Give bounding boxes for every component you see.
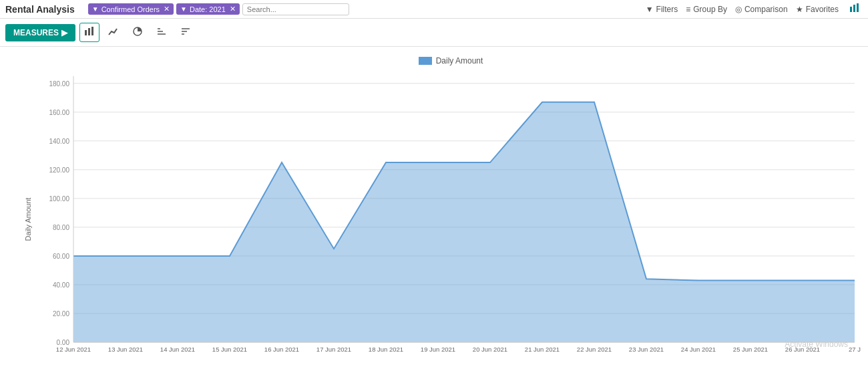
svg-text:180.00: 180.00 [49,80,69,88]
asc-icon [156,26,167,37]
y-axis-label: Daily Amount [24,198,32,241]
groupby-icon: ≡ [686,5,690,14]
svg-text:160.00: 160.00 [49,109,69,116]
svg-text:140.00: 140.00 [49,138,69,145]
chart-view-button[interactable] [847,1,863,17]
bar-chart-icon [849,3,860,13]
svg-rect-3 [85,30,87,35]
line-chart-button[interactable] [103,23,124,42]
svg-rect-4 [88,28,90,35]
measures-button[interactable]: MEASURES ▶ [5,24,75,41]
filter-tag-date[interactable]: ▼ Date: 2021 ✕ [176,3,240,15]
comparison-icon: ◎ [735,5,742,14]
svg-rect-0 [850,7,852,12]
svg-rect-2 [857,3,859,12]
pie-chart-button[interactable] [128,23,148,42]
svg-text:27 J: 27 J [849,346,861,353]
chart-svg: 0.0020.0040.0060.0080.00100.00120.00140.… [40,70,861,369]
svg-text:14 Jun 2021: 14 Jun 2021 [160,346,195,353]
filter-icon-1: ▼ [92,5,99,13]
svg-text:24 Jun 2021: 24 Jun 2021 [681,346,716,353]
svg-text:21 Jun 2021: 21 Jun 2021 [525,346,560,353]
measures-chevron: ▶ [61,28,67,37]
svg-text:15 Jun 2021: 15 Jun 2021 [212,346,247,353]
page-title: Rental Analysis [5,4,75,15]
pie-icon [132,26,143,37]
svg-text:13 Jun 2021: 13 Jun 2021 [108,346,143,353]
svg-text:80.00: 80.00 [53,224,69,231]
favorites-label: Favorites [806,5,839,14]
right-controls: ▼ Filters ≡ Group By ◎ Comparison ★ Favo… [646,1,863,17]
svg-rect-5 [91,27,93,35]
legend-swatch [419,57,432,65]
filters-label: Filters [656,5,678,14]
svg-text:26 Jun 2021: 26 Jun 2021 [785,346,820,353]
asc-sort-button[interactable] [152,23,172,42]
svg-text:23 Jun 2021: 23 Jun 2021 [629,346,664,353]
svg-text:40.00: 40.00 [53,281,69,289]
svg-text:120.00: 120.00 [49,166,69,174]
top-bar: Rental Analysis ▼ Confirmed Orders ✕ ▼ D… [0,0,868,19]
svg-text:18 Jun 2021: 18 Jun 2021 [369,346,403,353]
filter-icon-2: ▼ [180,5,187,13]
star-icon: ★ [796,5,803,14]
svg-text:20.00: 20.00 [53,310,69,318]
svg-text:19 Jun 2021: 19 Jun 2021 [421,346,455,353]
svg-text:100.00: 100.00 [49,195,69,203]
desc-icon [180,26,191,37]
chart-inner: Daily Amount 0.0020.0040.0060.0080.00100… [40,70,861,369]
legend-label: Daily Amount [436,56,483,66]
svg-text:60.00: 60.00 [53,253,69,260]
filter-tags: ▼ Confirmed Orders ✕ ▼ Date: 2021 ✕ [88,3,646,15]
svg-text:17 Jun 2021: 17 Jun 2021 [316,346,351,353]
chart-legend: Daily Amount [40,53,861,70]
svg-text:20 Jun 2021: 20 Jun 2021 [473,346,507,353]
favorites-button[interactable]: ★ Favorites [796,5,839,14]
bar-chart-button[interactable] [79,23,99,42]
filter-tag-confirmed-orders[interactable]: ▼ Confirmed Orders ✕ [88,3,174,15]
filter-tag-label-1: Confirmed Orders [101,5,160,13]
group-by-button[interactable]: ≡ Group By [686,5,727,14]
chart-container: Daily Amount Daily Amount 0.0020.0040.00… [0,47,868,373]
measures-label: MEASURES [13,28,59,37]
filter-tag-close-2[interactable]: ✕ [230,5,236,13]
comparison-label: Comparison [744,5,788,14]
line-icon [108,26,119,37]
filter-tag-label-2: Date: 2021 [190,5,226,13]
bar-icon [84,26,95,37]
svg-rect-1 [853,5,855,12]
svg-text:25 Jun 2021: 25 Jun 2021 [733,346,768,353]
filter-tag-close-1[interactable]: ✕ [164,5,170,13]
search-input[interactable] [242,3,349,15]
svg-text:22 Jun 2021: 22 Jun 2021 [577,346,612,353]
desc-sort-button[interactable] [176,23,196,42]
filters-button[interactable]: ▼ Filters [646,5,678,14]
svg-text:16 Jun 2021: 16 Jun 2021 [264,346,299,353]
comparison-button[interactable]: ◎ Comparison [735,5,788,14]
svg-text:12 Jun 2021: 12 Jun 2021 [56,346,91,353]
filter-icon: ▼ [646,5,654,14]
group-by-label: Group By [693,5,727,14]
toolbar: MEASURES ▶ [0,19,868,47]
